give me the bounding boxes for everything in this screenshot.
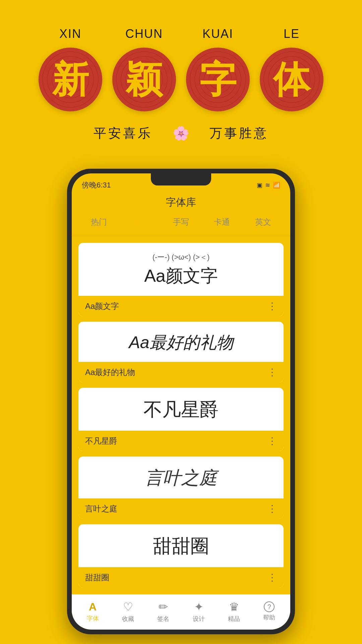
crown-nav-icon: ♛ [229, 600, 239, 613]
char-le: 体 [273, 61, 310, 98]
nav-label-fonts: 字体 [87, 614, 99, 623]
tab-cartoon[interactable]: 卡通 [208, 215, 235, 230]
heart-nav-icon: ♡ [123, 600, 133, 613]
char-kuai: 字 [199, 61, 236, 98]
nav-item-favorites[interactable]: ♡ 收藏 [122, 600, 134, 623]
nav-item-design[interactable]: ✦ 设计 [193, 600, 205, 623]
more-icon-2[interactable]: ⋮ [267, 367, 277, 378]
font-name-1: Aa颜文字 [85, 301, 119, 312]
font-bar-1: Aa颜文字 ⋮ [78, 296, 284, 316]
font-card-1[interactable]: (-ー-) (>ω<) (>＜) Aa颜文字 Aa颜文字 ⋮ [78, 243, 284, 316]
lotus-icon: 🌸 [173, 125, 189, 141]
phone-notch [151, 173, 211, 185]
nav-label-signature: 签名 [157, 615, 169, 623]
chars-row: 新 颖 字 体 [39, 48, 323, 111]
char-circle-le: 体 [260, 48, 323, 111]
nav-label-favorites: 收藏 [122, 615, 134, 623]
font-name-3: 不凡星爵 [85, 436, 117, 446]
phone-section: 傍晚6:31 ▣ ≋ 📶 字体库 热门 最新 手写 卡通 英文 [0, 155, 362, 644]
font-preview-5: 甜甜圈 [78, 524, 284, 567]
font-preview-text-1: Aa颜文字 [144, 264, 218, 288]
nav-item-premium[interactable]: ♛ 精品 [228, 600, 240, 623]
font-card-4[interactable]: 言叶之庭 言叶之庭 ⋮ [78, 457, 284, 519]
subtitle-right: 万事胜意 [209, 125, 268, 142]
font-bar-4: 言叶之庭 ⋮ [78, 498, 284, 519]
fonts-nav-icon: A [89, 601, 97, 613]
nav-item-help[interactable]: ? 帮助 [263, 601, 275, 622]
pinyin-xin: XIN [44, 27, 97, 41]
status-icons: ▣ ≋ 📶 [257, 181, 280, 189]
font-preview-text-3: 不凡星爵 [143, 397, 219, 423]
top-section: XIN CHUN KUAI LE 新 颖 字 体 平安喜乐 🌸 万事胜意 [0, 0, 362, 155]
font-card-2[interactable]: Aa最好的礼物 Aa最好的礼物 ⋮ [78, 322, 284, 382]
font-preview-4: 言叶之庭 [78, 457, 284, 498]
char-xin: 新 [52, 61, 89, 98]
tab-latest[interactable]: 最新 [127, 215, 154, 230]
tab-hot[interactable]: 热门 [85, 215, 112, 230]
font-list: (-ー-) (>ω<) (>＜) Aa颜文字 Aa颜文字 ⋮ Aa最好的礼物 [72, 236, 290, 594]
font-preview-3: 不凡星爵 [78, 388, 284, 431]
help-nav-icon: ? [264, 601, 275, 612]
tabs-row[interactable]: 热门 最新 手写 卡通 英文 [72, 215, 290, 236]
pinyin-kuai: KUAI [191, 27, 245, 41]
subtitle-left: 平安喜乐 [94, 125, 153, 142]
font-bar-5: 甜甜圈 ⋮ [78, 567, 284, 588]
pinyin-le: LE [265, 27, 318, 41]
font-name-2: Aa最好的礼物 [85, 367, 135, 378]
bottom-nav: A 字体 ♡ 收藏 ✏ 签名 ✦ 设计 ♛ 精品 [72, 594, 290, 630]
wifi-icon: ≋ [265, 181, 270, 189]
signal-icon: 📶 [273, 181, 280, 189]
font-preview-2: Aa最好的礼物 [78, 322, 284, 362]
char-circle-xin: 新 [39, 48, 102, 111]
more-icon-4[interactable]: ⋮ [267, 503, 277, 514]
more-icon-1[interactable]: ⋮ [267, 301, 277, 312]
char-circle-kuai: 字 [186, 48, 250, 111]
phone-frame: 傍晚6:31 ▣ ≋ 📶 字体库 热门 最新 手写 卡通 英文 [67, 169, 295, 634]
font-card-3[interactable]: 不凡星爵 不凡星爵 ⋮ [78, 388, 284, 451]
pen-nav-icon: ✏ [159, 600, 168, 613]
font-name-5: 甜甜圈 [85, 572, 109, 583]
font-preview-text-2: Aa最好的礼物 [129, 331, 233, 354]
pinyin-row: XIN CHUN KUAI LE [44, 27, 318, 41]
app-title: 字体库 [72, 192, 290, 215]
font-preview-text-5: 甜甜圈 [153, 534, 209, 559]
tab-english[interactable]: 英文 [250, 215, 277, 230]
status-time: 傍晚6:31 [82, 180, 111, 190]
nav-label-premium: 精品 [228, 615, 240, 623]
font-preview-text-4: 言叶之庭 [145, 466, 217, 490]
battery-icon: ▣ [257, 181, 262, 189]
nav-label-design: 设计 [193, 615, 205, 623]
font-card-5[interactable]: 甜甜圈 甜甜圈 ⋮ [78, 524, 284, 588]
more-icon-5[interactable]: ⋮ [267, 572, 277, 583]
font-bar-3: 不凡星爵 ⋮ [78, 431, 284, 451]
tab-handwriting[interactable]: 手写 [168, 215, 194, 230]
more-icon-3[interactable]: ⋮ [267, 435, 277, 446]
nav-item-signature[interactable]: ✏ 签名 [157, 600, 169, 623]
pinyin-chun: CHUN [117, 27, 171, 41]
phone-inner: 傍晚6:31 ▣ ≋ 📶 字体库 热门 最新 手写 卡通 英文 [72, 173, 290, 630]
nav-item-fonts[interactable]: A 字体 [87, 601, 99, 623]
char-chun: 颖 [126, 61, 163, 98]
nav-label-help: 帮助 [263, 613, 275, 622]
subtitle-row: 平安喜乐 🌸 万事胜意 [94, 125, 268, 142]
font-name-4: 言叶之庭 [85, 503, 117, 514]
font-preview-1: (-ー-) (>ω<) (>＜) Aa颜文字 [78, 243, 284, 296]
font-bar-2: Aa最好的礼物 ⋮ [78, 362, 284, 382]
char-circle-chun: 颖 [112, 48, 176, 111]
design-nav-icon: ✦ [194, 600, 203, 613]
